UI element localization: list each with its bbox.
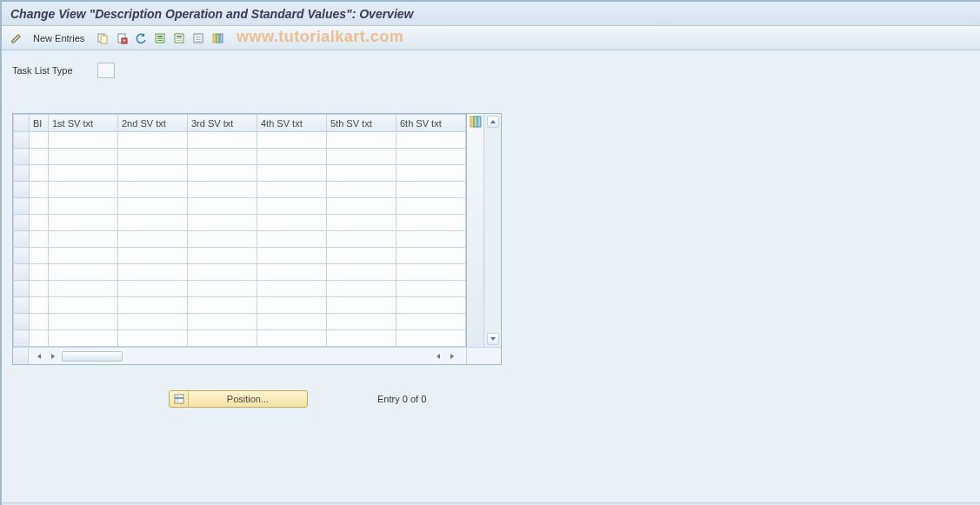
grid-cell[interactable] (49, 297, 118, 314)
scroll-right-icon[interactable] (447, 351, 457, 362)
grid-cell[interactable] (327, 182, 397, 198)
grid-cell[interactable] (188, 198, 257, 215)
grid-cell[interactable] (30, 198, 49, 215)
col-header-bi[interactable]: BI (30, 115, 49, 132)
grid-cell[interactable] (257, 264, 327, 281)
grid-cell[interactable] (30, 149, 49, 165)
grid-cell[interactable] (397, 132, 466, 149)
grid-cell[interactable] (30, 281, 49, 297)
grid-cell[interactable] (118, 330, 188, 347)
grid-cell[interactable] (257, 165, 327, 182)
grid-cell[interactable] (30, 182, 49, 198)
grid-cell[interactable] (118, 297, 188, 314)
undo-change-icon[interactable] (133, 30, 149, 46)
grid-cell[interactable] (188, 231, 257, 248)
grid-cell[interactable] (49, 314, 118, 330)
grid-cell[interactable] (257, 182, 327, 198)
grid-cell[interactable] (257, 314, 327, 330)
grid-cell[interactable] (188, 330, 257, 347)
grid-cell[interactable] (257, 231, 327, 248)
grid-cell[interactable] (49, 231, 118, 248)
copy-as-icon[interactable] (95, 30, 110, 46)
row-selector[interactable] (14, 297, 30, 314)
grid-cell[interactable] (30, 165, 49, 182)
col-header-5th-sv[interactable]: 5th SV txt (327, 115, 397, 132)
deselect-all-icon[interactable] (190, 30, 206, 46)
grid-cell[interactable] (397, 198, 466, 215)
grid-cell[interactable] (188, 297, 257, 314)
grid-cell[interactable] (49, 165, 118, 182)
grid-cell[interactable] (327, 231, 397, 248)
grid-cell[interactable] (118, 264, 188, 281)
new-entries-button[interactable]: New Entries (28, 32, 90, 44)
task-list-type-input[interactable] (97, 63, 115, 78)
col-header-4th-sv[interactable]: 4th SV txt (257, 115, 327, 132)
grid-cell[interactable] (327, 198, 397, 215)
scroll-up-icon[interactable] (487, 116, 499, 128)
grid-cell[interactable] (327, 132, 397, 149)
grid-cell[interactable] (118, 182, 188, 198)
col-header-2nd-sv[interactable]: 2nd SV txt (118, 115, 188, 132)
grid-cell[interactable] (257, 248, 327, 264)
grid-cell[interactable] (257, 297, 327, 314)
row-selector[interactable] (14, 264, 30, 281)
grid-cell[interactable] (397, 314, 466, 330)
grid-cell[interactable] (257, 330, 327, 347)
row-selector[interactable] (14, 330, 30, 347)
toggle-display-change-icon[interactable] (9, 30, 24, 46)
grid-cell[interactable] (397, 149, 466, 165)
grid-cell[interactable] (397, 182, 466, 198)
grid-cell[interactable] (30, 264, 49, 281)
hscroll-thumb[interactable] (62, 351, 123, 362)
grid-cell[interactable] (49, 264, 118, 281)
grid-cell[interactable] (188, 165, 257, 182)
grid-cell[interactable] (397, 231, 466, 248)
grid-cell[interactable] (49, 330, 118, 347)
grid-cell[interactable] (327, 149, 397, 165)
grid-cell[interactable] (49, 182, 118, 198)
row-selector[interactable] (14, 132, 30, 149)
row-selector[interactable] (14, 281, 30, 297)
grid-cell[interactable] (188, 264, 257, 281)
grid-cell[interactable] (257, 198, 327, 215)
horizontal-scrollbar[interactable] (13, 347, 501, 364)
grid-cell[interactable] (188, 314, 257, 330)
select-block-icon[interactable] (171, 30, 187, 46)
scroll-right-a-icon[interactable] (48, 351, 58, 362)
configure-columns-icon[interactable] (210, 30, 225, 46)
row-selector[interactable] (14, 182, 30, 198)
grid-cell[interactable] (188, 248, 257, 264)
grid-cell[interactable] (327, 165, 397, 182)
grid-cell[interactable] (327, 248, 397, 264)
grid-cell[interactable] (188, 149, 257, 165)
row-selector[interactable] (14, 198, 30, 215)
grid-cell[interactable] (397, 264, 466, 281)
grid-cell[interactable] (49, 281, 118, 297)
grid-cell[interactable] (118, 165, 188, 182)
grid-cell[interactable] (49, 198, 118, 215)
grid-cell[interactable] (188, 281, 257, 297)
grid-cell[interactable] (327, 215, 397, 231)
grid-cell[interactable] (118, 281, 188, 297)
grid-cell[interactable] (118, 231, 188, 248)
scroll-left-icon[interactable] (34, 351, 44, 362)
grid-cell[interactable] (118, 149, 188, 165)
grid-cell[interactable] (30, 132, 49, 149)
grid-cell[interactable] (118, 215, 188, 231)
grid-cell[interactable] (30, 248, 49, 264)
delete-icon[interactable] (114, 30, 130, 46)
grid-cell[interactable] (49, 215, 118, 231)
row-selector[interactable] (14, 231, 30, 248)
grid-cell[interactable] (118, 198, 188, 215)
grid-cell[interactable] (397, 248, 466, 264)
grid-cell[interactable] (188, 215, 257, 231)
grid-cell[interactable] (188, 182, 257, 198)
grid-cell[interactable] (49, 149, 118, 165)
col-header-3rd-sv[interactable]: 3rd SV txt (188, 115, 257, 132)
grid-cell[interactable] (397, 330, 466, 347)
grid-cell[interactable] (49, 132, 118, 149)
select-all-icon[interactable] (152, 30, 168, 46)
scroll-down-icon[interactable] (487, 333, 499, 345)
grid-cell[interactable] (257, 132, 327, 149)
grid-cell[interactable] (30, 231, 49, 248)
